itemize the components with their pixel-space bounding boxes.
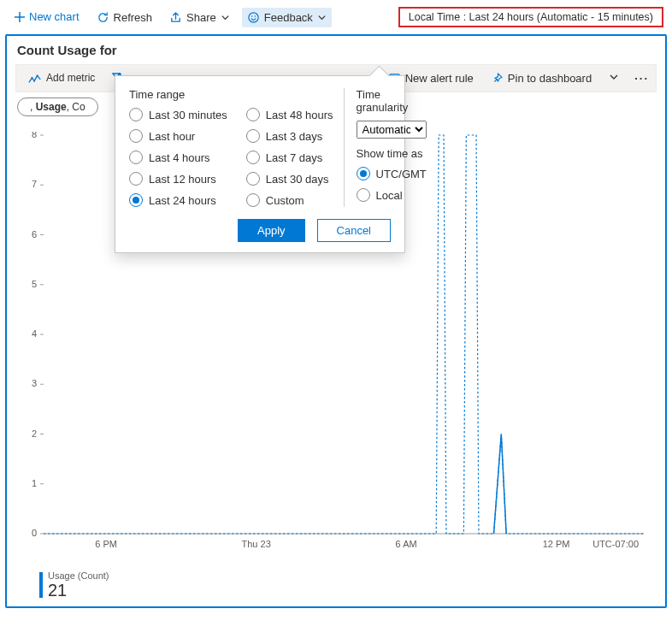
- share-icon: [169, 11, 182, 24]
- svg-text:1: 1: [32, 478, 37, 488]
- granularity-section: Time granularity Automatic Show time as …: [357, 88, 427, 207]
- svg-point-1: [251, 15, 253, 17]
- feedback-button[interactable]: Feedback: [242, 8, 332, 27]
- radio-last-3-days[interactable]: Last 3 days: [246, 129, 333, 143]
- panel-title: Count Usage for: [17, 43, 657, 57]
- more-menu-button[interactable]: ···: [628, 67, 656, 90]
- radio-dot-icon: [129, 172, 143, 186]
- chevron-down-icon: [221, 13, 230, 22]
- svg-text:3: 3: [32, 378, 37, 388]
- svg-text:0: 0: [32, 528, 37, 538]
- radio-last-7-days[interactable]: Last 7 days: [246, 151, 333, 164]
- radio-label: Last 30 minutes: [149, 109, 227, 121]
- cancel-button[interactable]: Cancel: [317, 219, 391, 242]
- share-label: Share: [186, 11, 216, 24]
- new-chart-button[interactable]: New chart: [9, 8, 85, 27]
- radio-dot-icon: [246, 108, 260, 121]
- svg-text:6: 6: [32, 229, 37, 239]
- refresh-button[interactable]: Refresh: [91, 8, 158, 27]
- refresh-label: Refresh: [114, 11, 153, 24]
- radio-custom[interactable]: Custom: [246, 193, 333, 207]
- radio-dot-icon: [246, 151, 260, 164]
- svg-text:6 AM: 6 AM: [396, 539, 417, 549]
- radio-last-30-days[interactable]: Last 30 days: [246, 172, 333, 186]
- svg-point-2: [254, 15, 256, 17]
- legend-label: Usage (Count): [48, 571, 109, 582]
- radio-last-hour[interactable]: Last hour: [129, 129, 227, 143]
- svg-text:6 PM: 6 PM: [95, 539, 117, 549]
- granularity-heading: Time granularity: [357, 88, 427, 114]
- add-metric-label: Add metric: [46, 73, 95, 84]
- time-range-pill[interactable]: Local Time : Last 24 hours (Automatic - …: [398, 7, 663, 27]
- metric-chip[interactable]: , Usage, Co: [17, 97, 98, 116]
- chevron-down-icon: [317, 13, 327, 22]
- svg-text:2: 2: [32, 428, 37, 439]
- pin-to-dashboard-label: Pin to dashboard: [508, 72, 592, 85]
- radio-last-48-hours[interactable]: Last 48 hours: [246, 108, 333, 121]
- smiley-icon: [247, 11, 260, 24]
- radio-last-12-hours[interactable]: Last 12 hours: [129, 172, 227, 186]
- radio-dot-icon: [357, 167, 370, 180]
- time-range-section: Time range Last 30 minutesLast hourLast …: [129, 88, 345, 207]
- radio-label: Custom: [266, 194, 304, 207]
- radio-dot-icon: [129, 108, 143, 121]
- radio-label: Last 48 hours: [266, 109, 333, 121]
- top-toolbar: New chart Refresh Share Feedback Local T…: [5, 5, 667, 32]
- radio-label: Last 30 days: [266, 173, 329, 186]
- metric-icon: [28, 73, 42, 85]
- refresh-icon: [97, 11, 109, 24]
- svg-text:12 PM: 12 PM: [543, 539, 570, 549]
- radio-utc/gmt[interactable]: UTC/GMT: [357, 167, 427, 180]
- svg-point-5: [37, 74, 38, 76]
- apply-button[interactable]: Apply: [238, 219, 305, 242]
- radio-last-30-minutes[interactable]: Last 30 minutes: [129, 108, 227, 121]
- legend-value: 21: [48, 582, 109, 600]
- svg-point-3: [31, 77, 32, 79]
- new-chart-label: New chart: [29, 11, 80, 23]
- metrics-panel: Count Usage for Add metric New alert rul…: [5, 34, 667, 608]
- time-range-heading: Time range: [129, 88, 333, 101]
- svg-text:7: 7: [32, 179, 37, 189]
- svg-point-4: [33, 80, 35, 81]
- radio-dot-icon: [246, 172, 260, 186]
- radio-label: Last 4 hours: [149, 151, 210, 164]
- radio-last-24-hours[interactable]: Last 24 hours: [129, 193, 227, 207]
- svg-text:Thu 23: Thu 23: [242, 539, 271, 549]
- pin-to-dashboard-button[interactable]: Pin to dashboard: [482, 67, 600, 90]
- svg-text:8: 8: [32, 132, 37, 139]
- radio-dot-icon: [246, 129, 260, 143]
- legend-color-swatch: [39, 572, 43, 598]
- radio-last-4-hours[interactable]: Last 4 hours: [129, 151, 227, 164]
- svg-text:UTC-07:00: UTC-07:00: [592, 539, 639, 549]
- radio-label: Last 7 days: [266, 151, 323, 164]
- radio-dot-icon: [129, 151, 143, 164]
- pin-icon: [491, 72, 504, 85]
- radio-dot-icon: [129, 129, 143, 143]
- show-time-heading: Show time as: [357, 147, 427, 160]
- chart-legend: Usage (Count) 21: [39, 571, 657, 600]
- radio-local[interactable]: Local: [357, 188, 427, 202]
- radio-dot-icon: [129, 193, 143, 207]
- radio-label: Last hour: [149, 130, 195, 143]
- svg-text:5: 5: [32, 279, 37, 289]
- radio-dot-icon: [246, 193, 260, 207]
- share-button[interactable]: Share: [164, 8, 235, 27]
- metric-chip-label: , Usage, Co: [30, 101, 85, 113]
- time-settings-popover: Time range Last 30 minutesLast hourLast …: [115, 75, 405, 253]
- radio-label: Last 3 days: [266, 130, 323, 143]
- feedback-label: Feedback: [264, 11, 313, 24]
- plus-icon: [14, 11, 26, 23]
- radio-label: Last 24 hours: [149, 194, 216, 207]
- radio-label: Last 12 hours: [149, 173, 216, 186]
- add-metric-button[interactable]: Add metric: [16, 69, 107, 88]
- granularity-select[interactable]: Automatic: [357, 121, 427, 139]
- chevron-down-icon[interactable]: [600, 72, 628, 85]
- svg-point-0: [249, 12, 258, 21]
- new-alert-rule-label: New alert rule: [405, 72, 474, 85]
- time-range-pill-label: Local Time : Last 24 hours (Automatic - …: [409, 11, 653, 23]
- svg-text:4: 4: [32, 328, 37, 339]
- radio-label: UTC/GMT: [376, 168, 427, 180]
- radio-dot-icon: [357, 188, 370, 202]
- radio-label: Local: [376, 189, 403, 202]
